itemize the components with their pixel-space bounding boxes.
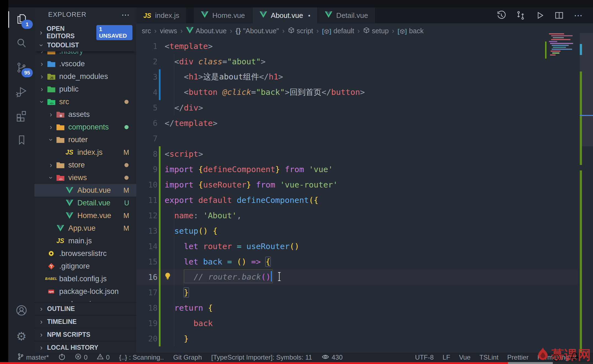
breadcrumb-src[interactable]: src <box>142 27 151 35</box>
status-git-branch[interactable]: master* <box>18 353 49 362</box>
run-file-icon[interactable] <box>535 11 545 20</box>
status-errors[interactable]: 0 <box>75 353 88 362</box>
tree-item-src[interactable]: › </> src <box>34 95 136 108</box>
code-line-13[interactable]: 13 setup() { <box>136 223 578 239</box>
explorer-title: EXPLORER <box>48 11 86 18</box>
tree-item-public[interactable]: › public <box>34 83 136 95</box>
activity-bookmarks[interactable] <box>8 128 34 153</box>
video-progress-rest[interactable] <box>553 362 593 364</box>
status-tslint[interactable]: TSLint <box>479 354 498 361</box>
code-lines: 1 <template> 2 <div class="about"> 3 <h1… <box>136 38 578 346</box>
status-encoding[interactable]: UTF-8 <box>415 354 434 361</box>
tree-item-assets[interactable]: › ⚙ assets <box>34 108 136 121</box>
status-formatting[interactable]: Formatting: × <box>537 354 576 361</box>
breadcrumb-views[interactable]: views <box>160 27 177 35</box>
code-line-3[interactable]: 3 <h1>这是about组件</h1> <box>136 69 578 85</box>
section-timeline[interactable]: › TIMELINE <box>34 315 136 328</box>
code-line-14[interactable]: 14 let router = useRouter() <box>136 239 578 254</box>
tree-item-About.vue[interactable]: About.vue M <box>34 184 136 197</box>
breadcrumb-default[interactable]: [] default <box>322 27 354 35</box>
section-npm-scripts[interactable]: › NPM SCRIPTS <box>34 328 136 341</box>
tree-item-.vscode[interactable]: › .vscode <box>34 57 136 70</box>
code-line-10[interactable]: 10 import {useRouter} from 'vue-router' <box>136 177 578 192</box>
line-number: 3 <box>136 73 157 82</box>
code-line-6[interactable]: 6 </template> <box>136 115 578 131</box>
tab-About.vue[interactable]: About.vue ● <box>252 7 318 23</box>
code-line-19[interactable]: 19 back <box>136 316 578 331</box>
vue-icon <box>55 225 66 231</box>
code-line-18[interactable]: 18 return { <box>136 300 578 316</box>
tree-item-store[interactable]: › store <box>34 159 136 171</box>
status-prettier[interactable]: Prettier <box>507 354 529 361</box>
code-line-5[interactable]: 5 </div> <box>136 100 578 115</box>
breadcrumb-About.vue[interactable]: About.vue <box>186 27 227 35</box>
tree-item-.history[interactable]: › .history <box>34 51 136 57</box>
lightbulb-icon[interactable] <box>164 272 172 281</box>
section-outline[interactable]: › OUTLINE <box>34 302 136 315</box>
tree-item-main.js[interactable]: JS main.js <box>34 235 136 247</box>
line-number: 10 <box>136 180 157 189</box>
tab-Home.vue[interactable]: Home.vue <box>194 7 252 23</box>
video-progress-buffered[interactable] <box>508 362 553 364</box>
status-git-graph[interactable]: Git Graph <box>173 354 202 361</box>
tree-item-package.json[interactable]: npm package.json <box>34 298 136 302</box>
code-line-9[interactable]: 9 import {defineComponent} from 'vue' <box>136 162 578 177</box>
code-line-2[interactable]: 2 <div class="about"> <box>136 54 578 69</box>
tab-index.js[interactable]: JS index.js <box>136 7 187 23</box>
chevron-right-icon: › <box>38 28 44 37</box>
status-warnings[interactable]: 0 <box>97 353 110 362</box>
status-views-count[interactable]: 430 <box>322 354 343 361</box>
tree-item-router[interactable]: › router <box>34 133 136 146</box>
project-section[interactable]: › TODOLIST <box>34 39 136 51</box>
breadcrumb-back[interactable]: [] back <box>398 27 423 35</box>
code-line-17[interactable]: 17 } <box>136 285 578 300</box>
compare-changes-icon[interactable] <box>515 10 526 20</box>
code-line-15[interactable]: 15 let back = () => { <box>136 254 578 269</box>
minimap[interactable] <box>549 33 575 56</box>
status-eol[interactable]: LF <box>442 354 450 361</box>
status-sync[interactable] <box>58 353 66 362</box>
activity-explorer[interactable]: 1 <box>8 7 34 32</box>
tree-item-package-lock.json[interactable]: npm package-lock.json <box>34 285 136 298</box>
tree-item-node_modules[interactable]: › JS node_modules <box>34 70 136 83</box>
code-line-11[interactable]: 11 export default defineComponent({ <box>136 192 578 208</box>
open-editors-section[interactable]: › OPEN EDITORS 1 UNSAVED <box>34 26 136 39</box>
tree-item-.gitignore[interactable]: .gitignore <box>34 260 136 272</box>
code-line-1[interactable]: 1 <template> <box>136 38 578 54</box>
activity-run-debug[interactable] <box>8 80 34 104</box>
breadcrumb-About.vue[interactable]: {} "About.vue" <box>235 27 279 35</box>
code-line-12[interactable]: 12 name: 'About', <box>136 208 578 223</box>
code-line-7[interactable]: 7 <box>136 131 578 146</box>
tree-item-Detail.vue[interactable]: Detail.vue U <box>34 197 136 209</box>
tree-item-views[interactable]: › </> views <box>34 171 136 184</box>
activity-source-control[interactable]: 95 <box>8 56 34 80</box>
tree-item-components[interactable]: › components <box>34 121 136 133</box>
tree-item-index.js[interactable]: JS index.js M <box>34 146 136 159</box>
code-line-4[interactable]: 4 <button @click="back">回到首页</button> <box>136 85 578 100</box>
more-actions-icon[interactable]: ⋯ <box>573 10 584 21</box>
tab-Detail.vue[interactable]: Detail.vue <box>318 7 376 23</box>
code-line-8[interactable]: 8 <script> <box>136 146 578 162</box>
tree-item-App.vue[interactable]: App.vue M <box>34 222 136 235</box>
activity-settings[interactable]: ⚙ <box>8 324 34 349</box>
activity-account[interactable] <box>8 298 34 324</box>
code-area[interactable]: 1 <template> 2 <div class="about"> 3 <h1… <box>136 38 578 353</box>
tree-item-Home.vue[interactable]: Home.vue M <box>34 209 136 222</box>
section-local-history[interactable]: › LOCAL HISTORY <box>34 341 136 353</box>
status-language-mode[interactable]: Vue <box>459 354 470 361</box>
activity-extensions[interactable] <box>8 104 34 128</box>
status-ts-importer[interactable]: [TypeScript Importer]: Symbols: 11 <box>211 354 312 361</box>
activity-search[interactable] <box>8 32 34 56</box>
more-actions-icon[interactable]: ⋯ <box>121 10 130 20</box>
breadcrumb-setup[interactable]: setup <box>363 27 389 35</box>
tree-item-.browserslistrc[interactable]: .browserslistrc <box>34 247 136 260</box>
tree-item-babel.config.js[interactable]: BABEL babel.config.js <box>34 272 136 285</box>
breadcrumb-script[interactable]: script <box>288 27 313 35</box>
video-progress-played[interactable] <box>0 362 508 364</box>
source-control-badge: 95 <box>21 68 33 77</box>
open-timeline-icon[interactable] <box>496 10 507 20</box>
split-editor-icon[interactable] <box>554 11 564 20</box>
status-scanning[interactable]: {..} : Scanning.. <box>119 354 164 361</box>
code-line-16[interactable]: 16 // router.back() <box>136 269 578 285</box>
code-line-20[interactable]: 20 } <box>136 331 578 346</box>
